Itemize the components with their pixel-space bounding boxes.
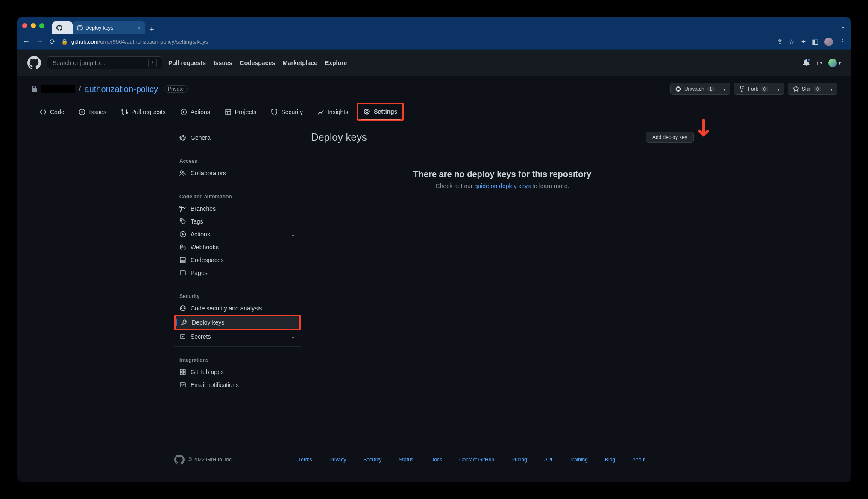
branch-icon	[179, 205, 186, 212]
svg-point-10	[182, 336, 184, 337]
chevron-down-icon: ⌄	[290, 333, 296, 340]
footer-link-privacy[interactable]: Privacy	[329, 457, 346, 463]
footer-link-docs[interactable]: Docs	[431, 457, 442, 463]
fork-button[interactable]: Fork0 ▾	[734, 83, 784, 95]
graph-icon	[317, 109, 324, 115]
sidebar-item-pages[interactable]: Pages	[174, 266, 301, 279]
tab-issues[interactable]: Issues	[73, 103, 111, 121]
caret-down-icon: ▾	[820, 61, 822, 65]
footer-link-status[interactable]: Status	[399, 457, 413, 463]
reload-button[interactable]: ⟳	[50, 38, 55, 46]
git-pull-request-icon	[121, 109, 128, 115]
star-button[interactable]: Star0 ▾	[788, 83, 837, 95]
lock-icon	[31, 86, 38, 92]
sidebar-item-codespaces[interactable]: Codespaces	[174, 254, 301, 266]
notifications-button[interactable]	[803, 59, 810, 67]
sidebar-item-secrets[interactable]: Secrets⌄	[174, 330, 301, 343]
extensions-icon[interactable]: ✦	[801, 38, 806, 46]
main-content: Deploy keys Add deploy key There are no …	[311, 131, 694, 426]
minimize-window-button[interactable]	[31, 23, 36, 28]
share-icon[interactable]: ⇪	[777, 38, 783, 46]
sidebar-item-general[interactable]: General	[174, 131, 301, 144]
deploy-keys-guide-link[interactable]: guide on deploy keys	[475, 183, 531, 189]
notification-indicator	[807, 58, 811, 62]
unwatch-button[interactable]: Unwatch1 ▾	[670, 83, 730, 95]
chevron-down-icon: ⌄	[290, 231, 296, 238]
play-icon	[179, 231, 186, 238]
tab-pull-requests[interactable]: Pull requests	[115, 103, 171, 121]
footer-link-blog[interactable]: Blog	[605, 457, 615, 463]
footer-link-api[interactable]: API	[544, 457, 552, 463]
tab-deploy-keys[interactable]: Deploy keys ×	[73, 21, 145, 34]
page-title: Deploy keys	[311, 131, 367, 143]
sidebar-item-collaborators[interactable]: Collaborators	[174, 167, 301, 180]
sidebar-item-webhooks[interactable]: Webhooks	[174, 241, 301, 254]
play-icon	[180, 109, 187, 115]
nav-pull-requests[interactable]: Pull requests	[168, 59, 206, 66]
tab-github-pinned[interactable]: GitHub	[52, 21, 73, 34]
footer-link-security[interactable]: Security	[363, 457, 381, 463]
svg-rect-14	[183, 372, 185, 375]
sidebar-item-code-security[interactable]: Code security and analysis	[174, 302, 301, 315]
key-icon	[181, 319, 188, 326]
tab-security[interactable]: Security	[265, 103, 308, 121]
footer-link-pricing[interactable]: Pricing	[511, 457, 527, 463]
fork-icon	[739, 86, 745, 92]
footer-link-contact[interactable]: Contact GitHub	[459, 457, 494, 463]
tab-actions[interactable]: Actions	[175, 103, 216, 121]
secret-icon	[179, 333, 186, 340]
sidebar-item-tags[interactable]: Tags	[174, 215, 301, 228]
nav-marketplace[interactable]: Marketplace	[283, 59, 317, 66]
table-icon	[225, 109, 232, 115]
sidebar-item-deploy-keys[interactable]: Deploy keys	[174, 315, 301, 330]
side-panel-icon[interactable]: ◧	[812, 38, 818, 46]
svg-rect-12	[183, 369, 185, 372]
profile-avatar-icon[interactable]	[824, 38, 833, 46]
add-deploy-key-button[interactable]: Add deploy key	[646, 132, 694, 143]
repo-tabs: Code Issues Pull requests Actions Projec…	[31, 103, 837, 121]
sidebar-item-actions[interactable]: Actions⌄	[174, 228, 301, 241]
sidebar-item-branches[interactable]: Branches	[174, 202, 301, 215]
tab-code[interactable]: Code	[34, 103, 70, 121]
browser-address-bar: ← → ⟳ 🔒 github.com/omer9564/authorizatio…	[17, 34, 851, 50]
nav-issues[interactable]: Issues	[214, 59, 232, 66]
user-menu[interactable]: ▾	[828, 59, 841, 67]
tab-projects[interactable]: Projects	[219, 103, 262, 121]
url-input[interactable]: 🔒 github.com/omer9564/authorization-poli…	[61, 38, 771, 45]
svg-rect-13	[180, 372, 182, 375]
footer-link-terms[interactable]: Terms	[298, 457, 312, 463]
people-icon	[179, 170, 186, 177]
webhook-icon	[179, 244, 186, 251]
browser-menu-icon[interactable]: ⋮	[839, 38, 846, 46]
sidebar-item-github-apps[interactable]: GitHub apps	[174, 366, 301, 378]
close-window-button[interactable]	[22, 23, 27, 28]
repo-name-link[interactable]: authorization-policy	[85, 84, 158, 94]
footer-link-about[interactable]: About	[632, 457, 645, 463]
nav-codespaces[interactable]: Codespaces	[240, 59, 275, 66]
back-button[interactable]: ←	[22, 37, 30, 46]
search-input[interactable]: Search or jump to… /	[47, 56, 162, 69]
github-logo-icon[interactable]	[174, 455, 185, 465]
sidebar-item-email-notifications[interactable]: Email notifications	[174, 378, 301, 391]
plus-icon: +	[816, 59, 819, 66]
forward-button[interactable]: →	[36, 37, 44, 46]
page-footer: © 2022 GitHub, Inc. Terms Privacy Securi…	[161, 437, 707, 482]
github-logo-icon[interactable]	[27, 56, 41, 70]
tab-insights[interactable]: Insights	[312, 103, 354, 121]
maximize-window-button[interactable]	[39, 23, 44, 28]
footer-link-training[interactable]: Training	[569, 457, 588, 463]
create-new-menu[interactable]: +▾	[816, 59, 822, 66]
tab-settings[interactable]: Settings	[357, 103, 404, 121]
close-tab-icon[interactable]: ×	[138, 24, 141, 31]
codescan-icon	[179, 305, 186, 312]
tag-icon	[179, 218, 186, 225]
bookmark-icon[interactable]: ☆	[789, 38, 795, 46]
repo-owner-link[interactable]	[41, 85, 75, 93]
tab-label: Deploy keys	[85, 25, 113, 31]
nav-explore[interactable]: Explore	[325, 59, 347, 66]
new-tab-button[interactable]: +	[145, 25, 158, 34]
gear-icon	[364, 108, 370, 115]
search-placeholder: Search or jump to…	[53, 59, 106, 66]
sidebar-group-header: Security	[174, 286, 301, 302]
expand-tabs-icon[interactable]: ⌄	[840, 22, 846, 30]
